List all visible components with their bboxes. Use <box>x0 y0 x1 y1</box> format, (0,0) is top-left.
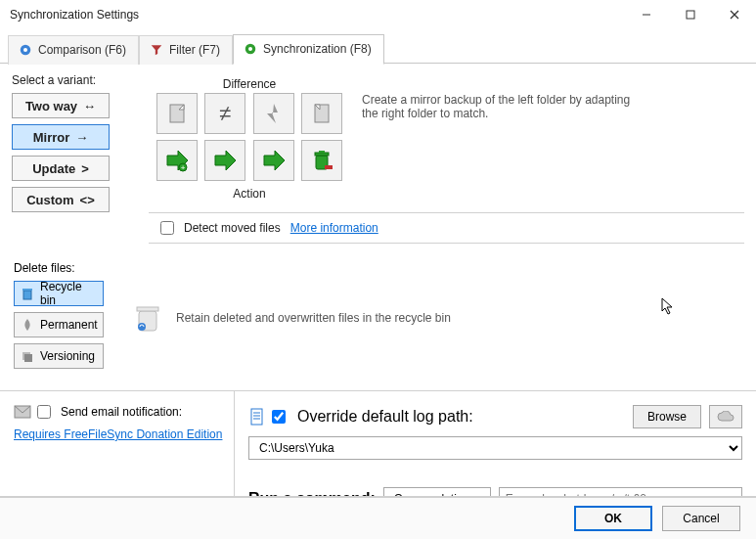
action-delete-right-icon[interactable] <box>301 140 342 181</box>
svg-text:+: + <box>181 163 186 172</box>
override-log-path-label: Override default log path: <box>297 408 473 426</box>
close-button[interactable] <box>712 0 756 29</box>
diff-not-equal-icon[interactable]: ≠ <box>204 93 245 134</box>
flame-icon <box>21 318 34 332</box>
chevron-right-icon: > <box>81 161 89 176</box>
delete-option-label: Permanent <box>40 318 98 332</box>
delete-option-label: Versioning <box>40 349 95 363</box>
delete-files-label: Delete files: <box>14 261 104 275</box>
variant-label: Select a variant: <box>12 73 119 87</box>
svg-rect-19 <box>319 151 325 153</box>
svg-marker-15 <box>215 151 236 170</box>
funnel-icon <box>150 43 163 57</box>
donation-edition-link[interactable]: Requires FreeFileSync Donation Edition <box>14 427 222 441</box>
diff-right-only-icon[interactable] <box>301 93 342 134</box>
delete-description: Retain deleted and overwritten files in … <box>176 311 451 325</box>
diff-left-only-icon[interactable] <box>156 93 198 134</box>
variant-two-way[interactable]: Two way ↔ <box>12 93 110 118</box>
recycle-bin-icon <box>21 287 34 300</box>
svg-rect-1 <box>687 11 694 19</box>
override-log-path-checkbox[interactable] <box>272 410 286 424</box>
browse-label: Browse <box>647 410 687 424</box>
svg-marker-16 <box>264 151 285 170</box>
svg-rect-24 <box>24 354 32 362</box>
tab-bar: Comparison (F6) Filter (F7) Synchronizat… <box>0 29 756 64</box>
cancel-label: Cancel <box>683 512 719 525</box>
gear-blue-icon <box>19 43 32 57</box>
tab-label: Filter (F7) <box>169 43 220 57</box>
variant-text: Two way <box>25 99 77 113</box>
tab-comparison[interactable]: Comparison (F6) <box>8 35 139 65</box>
variant-text: Mirror <box>33 130 70 145</box>
diamond-icon: <> <box>80 193 95 207</box>
svg-rect-26 <box>137 307 158 311</box>
svg-marker-10 <box>267 104 278 123</box>
tab-synchronization[interactable]: Synchronization (F8) <box>233 34 384 65</box>
action-create-right-icon[interactable]: + <box>156 140 198 181</box>
ok-button[interactable]: OK <box>574 506 652 531</box>
variant-description: Create a mirror backup of the left folde… <box>362 73 645 212</box>
browse-button[interactable]: Browse <box>633 405 701 428</box>
window-title: Synchronization Settings <box>10 8 139 22</box>
svg-rect-18 <box>315 153 329 156</box>
log-path-input[interactable]: C:\Users\Yuka <box>248 436 742 460</box>
svg-point-27 <box>138 323 146 331</box>
svg-rect-29 <box>251 409 262 425</box>
log-icon <box>248 408 264 426</box>
svg-text:≠: ≠ <box>219 101 231 125</box>
svg-rect-21 <box>23 291 31 299</box>
tab-label: Comparison (F6) <box>38 43 126 57</box>
delete-permanent[interactable]: Permanent <box>14 312 104 337</box>
variant-mirror[interactable]: Mirror → <box>12 124 110 150</box>
variant-text: Update <box>32 161 75 176</box>
action-update-right-icon[interactable] <box>204 140 245 181</box>
send-email-checkbox[interactable] <box>37 405 51 419</box>
svg-rect-20 <box>325 165 333 169</box>
cloud-storage-button[interactable] <box>709 405 742 428</box>
delete-versioning[interactable]: Versioning <box>14 343 104 369</box>
gear-green-icon <box>244 42 257 56</box>
tab-label: Synchronization (F8) <box>263 42 372 56</box>
delete-recycle-bin[interactable]: Recycle bin <box>14 281 104 306</box>
send-email-label: Send email notification: <box>61 405 182 419</box>
variant-text: Custom <box>26 193 73 207</box>
stack-icon <box>21 349 34 363</box>
difference-label: Difference <box>155 77 344 91</box>
cancel-button[interactable]: Cancel <box>662 506 740 531</box>
svg-rect-22 <box>22 289 32 291</box>
dialog-footer: OK Cancel <box>0 496 756 539</box>
svg-point-7 <box>248 47 252 51</box>
two-way-icon: ↔ <box>83 99 96 113</box>
tab-filter[interactable]: Filter (F7) <box>139 35 233 65</box>
action-label: Action <box>155 187 344 201</box>
more-information-link[interactable]: More information <box>290 221 378 235</box>
svg-point-5 <box>23 48 27 52</box>
envelope-icon <box>14 405 31 419</box>
detect-moved-files-label: Detect moved files <box>184 221 281 235</box>
cloud-icon <box>717 411 734 423</box>
variant-custom[interactable]: Custom <> <box>12 187 110 212</box>
titlebar: Synchronization Settings <box>0 0 756 29</box>
arrow-right-icon: → <box>75 130 88 145</box>
recycle-bin-large-icon <box>131 301 164 335</box>
detect-moved-files-checkbox[interactable] <box>160 221 174 235</box>
delete-option-label: Recycle bin <box>40 280 97 307</box>
action-overwrite-right-icon[interactable] <box>253 140 294 181</box>
ok-label: OK <box>604 512 622 525</box>
maximize-button[interactable] <box>668 0 712 29</box>
variant-update[interactable]: Update > <box>12 156 110 181</box>
diff-conflict-icon[interactable] <box>253 93 294 134</box>
minimize-button[interactable] <box>624 0 668 29</box>
